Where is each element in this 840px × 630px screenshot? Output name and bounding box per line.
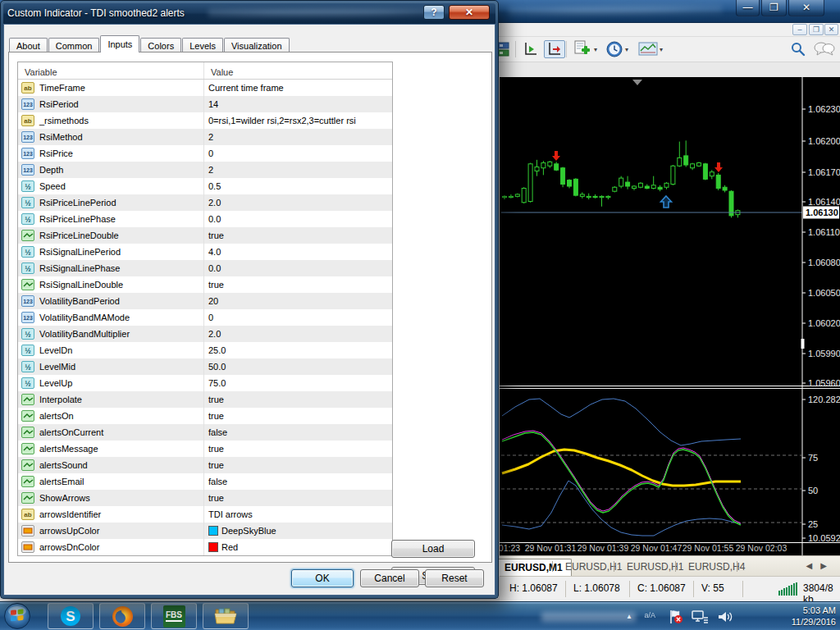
param-row-RsiSignalLinePhase[interactable]: ½RsiSignalLinePhase0.0 xyxy=(18,260,392,276)
param-row-RsiPriceLinePhase[interactable]: ½RsiPriceLinePhase0.0 xyxy=(18,211,392,227)
param-value: 0.0 xyxy=(208,214,221,224)
community-chat-icon[interactable] xyxy=(814,40,835,58)
mdi-close-icon[interactable]: ✕ xyxy=(824,24,838,35)
param-row-LevelMid[interactable]: ½LevelMid50.0 xyxy=(18,358,392,375)
mdi-restore-icon[interactable]: ❐ xyxy=(809,24,824,35)
param-row-VolatilityBandMAMode[interactable]: 123VolatilityBandMAMode0 xyxy=(18,309,392,326)
minimize-icon[interactable]: — xyxy=(736,0,760,16)
status-segment-3: V: 55 xyxy=(701,582,724,594)
value-column-header: Value xyxy=(204,62,392,79)
param-row-alertsEmail[interactable]: alertsEmailfalse xyxy=(18,473,392,490)
param-value: 0 xyxy=(208,313,213,322)
status-segment-0: H: 1.06087 xyxy=(509,582,558,594)
double-param-icon: ½ xyxy=(21,197,35,208)
param-row-RsiMethod[interactable]: 123RsiMethod2 xyxy=(18,129,392,145)
param-row-LevelUp[interactable]: ½LevelUp75.0 xyxy=(18,375,392,391)
price-axis-label: 1.06140 xyxy=(808,197,840,207)
clock-date: 11/29/2016 xyxy=(792,616,836,628)
param-row-VolatilityBandPeriod[interactable]: 123VolatilityBandPeriod20 xyxy=(18,293,392,309)
svg-text:ab: ab xyxy=(24,84,31,92)
load-button[interactable]: Load xyxy=(391,540,475,558)
chart-tab-bar: ◀▶ EURUSD,M1EURUSD,H1EURUSD,H1EURUSD,H4 xyxy=(500,555,840,576)
param-row-RsiPeriod[interactable]: 123RsiPeriod14 xyxy=(18,96,392,112)
help-icon[interactable]: ? xyxy=(423,5,445,20)
language-indicator[interactable]: a/A xyxy=(644,611,655,619)
start-button[interactable] xyxy=(2,602,32,630)
dialog-titlebar[interactable]: Custom Indicator - TDI smoothed2 alerts … xyxy=(3,3,495,24)
close-icon[interactable]: ✕ xyxy=(788,0,824,16)
param-value: true xyxy=(208,280,224,290)
search-icon[interactable] xyxy=(790,40,806,58)
restore-icon[interactable]: ❐ xyxy=(761,0,787,16)
double-param-icon: ½ xyxy=(21,246,35,258)
param-name: RsiPriceLinePeriod xyxy=(39,198,116,208)
indicator-axis-label: 120.2829 xyxy=(808,395,840,404)
reset-button[interactable]: Reset xyxy=(425,569,484,587)
svg-text:½: ½ xyxy=(25,216,31,224)
param-row-Depth[interactable]: 123Depth2 xyxy=(18,162,392,178)
firefox-icon xyxy=(112,605,134,628)
param-row-alertsMessage[interactable]: alertsMessagetrue xyxy=(18,441,392,457)
param-row-arrowsDnColor[interactable]: arrowsDnColorRed xyxy=(18,539,392,555)
blurred-taskbar-text xyxy=(541,612,636,622)
add-indicator-button[interactable]: ▾ xyxy=(573,40,597,58)
param-value: 25.0 xyxy=(208,345,226,355)
volume-icon[interactable] xyxy=(717,609,733,628)
param-row-Interpolate[interactable]: Interpolatetrue xyxy=(18,391,392,408)
chart-autoscroll-icon[interactable] xyxy=(544,40,565,58)
tab-scroll-arrows[interactable]: ◀▶ xyxy=(806,561,835,570)
dialog-close-icon[interactable]: ✕ xyxy=(449,5,490,20)
param-row-ShowArrows[interactable]: ShowArrowstrue xyxy=(18,490,392,506)
param-name: ShowArrows xyxy=(39,493,90,503)
param-name: Interpolate xyxy=(39,395,82,404)
price-chart[interactable]: 1.062301.062001.061701.061401.061101.060… xyxy=(500,77,840,555)
variable-column-header: Variable xyxy=(18,62,204,79)
current-price-label: 1.06130 xyxy=(806,208,838,217)
param-row-TimeFrame[interactable]: abTimeFrameCurrent time frame xyxy=(18,80,392,96)
chart-shift-icon[interactable] xyxy=(523,40,539,58)
param-row-LevelDn[interactable]: ½LevelDn25.0 xyxy=(18,342,392,358)
ok-button[interactable]: OK xyxy=(291,569,354,587)
custom-indicator-dialog: Custom Indicator - TDI smoothed2 alerts … xyxy=(0,0,499,599)
mdi-minimize-icon[interactable]: – xyxy=(792,24,807,35)
time-axis-label: 29 Nov 02:03 xyxy=(736,543,788,553)
taskbar-fbs-button[interactable]: FBS xyxy=(151,603,197,629)
param-name: alertsOn xyxy=(39,411,74,421)
param-row-alertsOnCurrent[interactable]: alertsOnCurrentfalse xyxy=(18,424,392,441)
price-axis-label: 1.06200 xyxy=(808,136,840,146)
param-row-arrowsUpColor[interactable]: arrowsUpColorDeepSkyBlue xyxy=(18,523,392,539)
param-row-RsiSignalLineDouble[interactable]: RsiSignalLineDoubletrue xyxy=(18,276,392,293)
bool-param-icon xyxy=(21,279,35,290)
dialog-tab-strip: AboutCommonInputsColorsLevelsVisualizati… xyxy=(9,36,290,52)
timeframes-clock-button[interactable]: ▾ xyxy=(605,40,628,58)
templates-button[interactable]: ▾ xyxy=(638,40,663,58)
taskbar-explorer-button[interactable] xyxy=(203,603,249,629)
param-row-alertsOn[interactable]: alertsOntrue xyxy=(18,408,392,424)
param-value: true xyxy=(208,444,224,454)
param-row-RsiPrice[interactable]: 123RsiPrice0 xyxy=(18,145,392,162)
param-row-alertsSound[interactable]: alertsSoundtrue xyxy=(18,457,392,473)
color-param-icon xyxy=(21,525,35,536)
cancel-button[interactable]: Cancel xyxy=(360,569,419,587)
taskbar-firefox-button[interactable] xyxy=(99,603,145,629)
tab-inputs[interactable]: Inputs xyxy=(100,35,139,52)
param-value: false xyxy=(208,477,227,486)
param-name: arrowsDnColor xyxy=(39,542,99,552)
show-hidden-icons-button[interactable]: ▲ xyxy=(626,613,632,620)
tile-windows-icon[interactable] xyxy=(498,40,509,58)
param-value: 0=rsi,1=wilder rsi,2=rsx2,3=cuttler rsi xyxy=(208,116,356,126)
action-center-flag-icon[interactable] xyxy=(668,609,684,628)
param-row-_rsimethods[interactable]: ab_rsimethods0=rsi,1=wilder rsi,2=rsx2,3… xyxy=(18,112,392,129)
param-row-RsiPriceLinePeriod[interactable]: ½RsiPriceLinePeriod2.0 xyxy=(18,194,392,211)
bool-param-icon xyxy=(21,230,35,241)
param-row-Speed[interactable]: ½Speed0.5 xyxy=(18,178,392,194)
chart-tab-3[interactable]: EURUSD,H4 xyxy=(680,559,753,577)
clock[interactable]: 5:03 AM 11/29/2016 xyxy=(792,605,836,628)
param-row-RsiPriceLineDouble[interactable]: RsiPriceLineDoubletrue xyxy=(18,227,392,244)
param-row-arrowsIdentifier[interactable]: abarrowsIdentifierTDI arrows xyxy=(18,506,392,523)
int-param-icon: 123 xyxy=(21,148,35,159)
network-icon[interactable] xyxy=(691,609,709,628)
param-row-VolatilityBandMultiplier[interactable]: ½VolatilityBandMultiplier2.0 xyxy=(18,326,392,342)
taskbar-skype-button[interactable]: S xyxy=(48,603,94,629)
param-row-RsiSignalLinePeriod[interactable]: ½RsiSignalLinePeriod4.0 xyxy=(18,244,392,260)
